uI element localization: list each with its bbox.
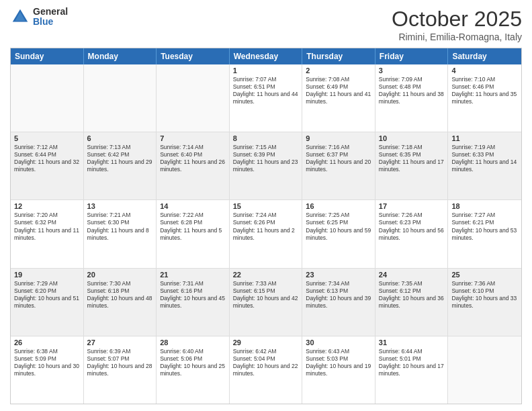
day-number: 4 — [451, 66, 518, 75]
week-row-3: 12Sunrise: 7:20 AM Sunset: 6:32 PM Dayli… — [11, 200, 521, 268]
table-row: 21Sunrise: 7:31 AM Sunset: 6:16 PM Dayli… — [157, 269, 230, 336]
cell-content: Sunrise: 7:14 AM Sunset: 6:40 PM Dayligh… — [160, 144, 226, 173]
table-row: 19Sunrise: 7:29 AM Sunset: 6:20 PM Dayli… — [11, 269, 84, 336]
cell-content: Sunrise: 7:09 AM Sunset: 6:48 PM Dayligh… — [379, 76, 445, 105]
logo-general-text: General — [33, 7, 68, 17]
table-row: 6Sunrise: 7:13 AM Sunset: 6:42 PM Daylig… — [84, 132, 157, 199]
day-number: 26 — [14, 338, 80, 347]
cell-content: Sunrise: 7:18 AM Sunset: 6:35 PM Dayligh… — [379, 144, 445, 173]
table-row — [11, 64, 84, 132]
header-day-monday: Monday — [84, 48, 157, 64]
table-row: 17Sunrise: 7:26 AM Sunset: 6:23 PM Dayli… — [375, 200, 449, 267]
table-row — [448, 336, 521, 404]
logo-icon — [10, 7, 30, 27]
day-number: 22 — [233, 271, 299, 279]
week-row-4: 19Sunrise: 7:29 AM Sunset: 6:20 PM Dayli… — [11, 269, 521, 336]
table-row: 10Sunrise: 7:18 AM Sunset: 6:35 PM Dayli… — [375, 132, 449, 199]
cell-content: Sunrise: 7:35 AM Sunset: 6:12 PM Dayligh… — [379, 280, 445, 310]
table-row: 24Sunrise: 7:35 AM Sunset: 6:12 PM Dayli… — [375, 269, 449, 336]
table-row: 30Sunrise: 6:43 AM Sunset: 5:03 PM Dayli… — [302, 336, 375, 404]
cell-content: Sunrise: 7:36 AM Sunset: 6:10 PM Dayligh… — [451, 280, 518, 310]
day-number: 5 — [14, 134, 80, 142]
cell-content: Sunrise: 6:43 AM Sunset: 5:03 PM Dayligh… — [306, 348, 371, 377]
table-row: 11Sunrise: 7:19 AM Sunset: 6:33 PM Dayli… — [448, 132, 521, 199]
table-row: 8Sunrise: 7:15 AM Sunset: 6:39 PM Daylig… — [230, 132, 303, 199]
cell-content: Sunrise: 6:44 AM Sunset: 5:01 PM Dayligh… — [379, 348, 445, 377]
day-number: 31 — [379, 338, 445, 347]
day-number: 16 — [306, 202, 371, 210]
cell-content: Sunrise: 7:16 AM Sunset: 6:37 PM Dayligh… — [306, 144, 371, 173]
cell-content: Sunrise: 7:15 AM Sunset: 6:39 PM Dayligh… — [233, 144, 299, 173]
location-subtitle: Rimini, Emilia-Romagna, Italy — [392, 32, 522, 42]
cell-content: Sunrise: 7:10 AM Sunset: 6:46 PM Dayligh… — [451, 76, 518, 105]
day-number: 20 — [87, 271, 153, 279]
cell-content: Sunrise: 7:27 AM Sunset: 6:21 PM Dayligh… — [451, 212, 518, 241]
day-number: 13 — [87, 202, 153, 210]
logo-blue-text: Blue — [33, 17, 68, 27]
table-row: 26Sunrise: 6:38 AM Sunset: 5:09 PM Dayli… — [11, 336, 84, 404]
cell-content: Sunrise: 6:42 AM Sunset: 5:04 PM Dayligh… — [233, 348, 299, 377]
header-day-friday: Friday — [375, 48, 449, 64]
cell-content: Sunrise: 7:22 AM Sunset: 6:28 PM Dayligh… — [160, 212, 226, 241]
table-row: 14Sunrise: 7:22 AM Sunset: 6:28 PM Dayli… — [157, 200, 230, 267]
week-row-1: 1Sunrise: 7:07 AM Sunset: 6:51 PM Daylig… — [11, 64, 521, 132]
title-area: October 2025 Rimini, Emilia-Romagna, Ita… — [392, 7, 522, 42]
cell-content: Sunrise: 7:29 AM Sunset: 6:20 PM Dayligh… — [14, 280, 80, 310]
table-row — [157, 64, 230, 132]
table-row: 13Sunrise: 7:21 AM Sunset: 6:30 PM Dayli… — [84, 200, 157, 267]
table-row: 27Sunrise: 6:39 AM Sunset: 5:07 PM Dayli… — [84, 336, 157, 404]
table-row: 22Sunrise: 7:33 AM Sunset: 6:15 PM Dayli… — [230, 269, 303, 336]
day-number: 25 — [451, 271, 518, 279]
day-number: 18 — [451, 202, 518, 210]
cell-content: Sunrise: 7:26 AM Sunset: 6:23 PM Dayligh… — [379, 212, 445, 241]
calendar: SundayMondayTuesdayWednesdayThursdayFrid… — [10, 48, 522, 404]
table-row: 15Sunrise: 7:24 AM Sunset: 6:26 PM Dayli… — [230, 200, 303, 267]
header-day-saturday: Saturday — [448, 48, 521, 64]
table-row: 25Sunrise: 7:36 AM Sunset: 6:10 PM Dayli… — [448, 269, 521, 336]
table-row: 12Sunrise: 7:20 AM Sunset: 6:32 PM Dayli… — [11, 200, 84, 267]
day-number: 30 — [306, 338, 371, 347]
day-number: 14 — [160, 202, 226, 210]
cell-content: Sunrise: 7:31 AM Sunset: 6:16 PM Dayligh… — [160, 280, 226, 310]
day-number: 1 — [233, 66, 299, 75]
logo-text: General Blue — [33, 7, 68, 28]
logo: General Blue — [10, 7, 68, 28]
day-number: 15 — [233, 202, 299, 210]
cell-content: Sunrise: 7:21 AM Sunset: 6:30 PM Dayligh… — [87, 212, 153, 241]
day-number: 9 — [306, 134, 371, 142]
table-row: 20Sunrise: 7:30 AM Sunset: 6:18 PM Dayli… — [84, 269, 157, 336]
day-number: 24 — [379, 271, 445, 279]
day-number: 21 — [160, 271, 226, 279]
cell-content: Sunrise: 7:20 AM Sunset: 6:32 PM Dayligh… — [14, 212, 80, 241]
day-number: 7 — [160, 134, 226, 142]
day-number: 28 — [160, 338, 226, 347]
cell-content: Sunrise: 7:07 AM Sunset: 6:51 PM Dayligh… — [233, 76, 299, 105]
day-number: 8 — [233, 134, 299, 142]
table-row: 2Sunrise: 7:08 AM Sunset: 6:49 PM Daylig… — [302, 64, 375, 132]
table-row: 23Sunrise: 7:34 AM Sunset: 6:13 PM Dayli… — [302, 269, 375, 336]
table-row: 29Sunrise: 6:42 AM Sunset: 5:04 PM Dayli… — [230, 336, 303, 404]
cell-content: Sunrise: 6:40 AM Sunset: 5:06 PM Dayligh… — [160, 348, 226, 377]
table-row: 1Sunrise: 7:07 AM Sunset: 6:51 PM Daylig… — [230, 64, 303, 132]
cell-content: Sunrise: 7:24 AM Sunset: 6:26 PM Dayligh… — [233, 212, 299, 241]
cell-content: Sunrise: 6:39 AM Sunset: 5:07 PM Dayligh… — [87, 348, 153, 377]
calendar-header: SundayMondayTuesdayWednesdayThursdayFrid… — [11, 48, 521, 64]
cell-content: Sunrise: 6:38 AM Sunset: 5:09 PM Dayligh… — [14, 348, 80, 377]
cell-content: Sunrise: 7:30 AM Sunset: 6:18 PM Dayligh… — [87, 280, 153, 310]
table-row: 4Sunrise: 7:10 AM Sunset: 6:46 PM Daylig… — [448, 64, 521, 132]
day-number: 11 — [451, 134, 518, 142]
header-day-wednesday: Wednesday — [230, 48, 303, 64]
day-number: 12 — [14, 202, 80, 210]
cell-content: Sunrise: 7:25 AM Sunset: 6:25 PM Dayligh… — [306, 212, 371, 241]
calendar-body: 1Sunrise: 7:07 AM Sunset: 6:51 PM Daylig… — [11, 64, 521, 404]
day-number: 2 — [306, 66, 371, 75]
day-number: 6 — [87, 134, 153, 142]
header-day-thursday: Thursday — [302, 48, 375, 64]
month-title: October 2025 — [392, 7, 522, 32]
table-row: 9Sunrise: 7:16 AM Sunset: 6:37 PM Daylig… — [302, 132, 375, 199]
page: General Blue October 2025 Rimini, Emilia… — [0, 0, 532, 411]
cell-content: Sunrise: 7:13 AM Sunset: 6:42 PM Dayligh… — [87, 144, 153, 173]
table-row: 3Sunrise: 7:09 AM Sunset: 6:48 PM Daylig… — [375, 64, 449, 132]
day-number: 17 — [379, 202, 445, 210]
table-row: 18Sunrise: 7:27 AM Sunset: 6:21 PM Dayli… — [448, 200, 521, 267]
